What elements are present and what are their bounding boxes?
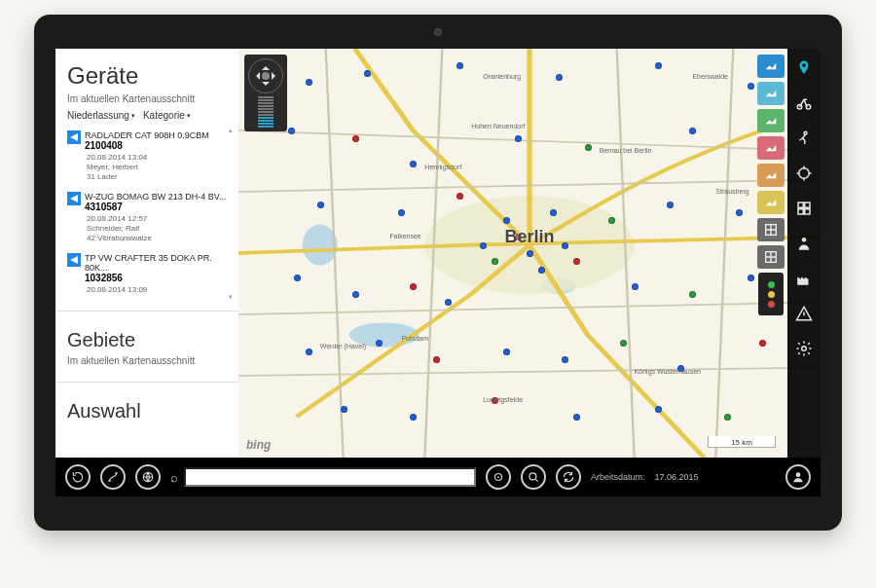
chip-grid1[interactable] <box>757 218 785 241</box>
map-nav-widget <box>244 55 287 131</box>
device-person: Meyer, Herbert <box>87 163 227 172</box>
map-marker[interactable] <box>480 242 487 249</box>
device-category: 31 Lader <box>87 172 227 182</box>
map-marker[interactable] <box>410 283 417 290</box>
content-area: Geräte Im aktuellen Kartenausschnitt Nie… <box>55 49 821 458</box>
map-marker[interactable] <box>573 414 580 421</box>
svg-point-3 <box>303 225 338 266</box>
sidebar: Geräte Im aktuellen Kartenausschnitt Nie… <box>55 49 238 458</box>
map-scale: 15 km <box>708 436 776 448</box>
device-person: Schneider, Ralf <box>87 224 227 234</box>
sync-button[interactable] <box>556 464 581 490</box>
chevron-down-icon: ▾ <box>131 112 135 120</box>
app-screen: Geräte Im aktuellen Kartenausschnitt Nie… <box>55 49 821 496</box>
map-canvas[interactable]: ◂ <box>238 49 821 458</box>
route-button[interactable] <box>100 464 126 490</box>
map-marker[interactable] <box>585 144 592 151</box>
zoom-button[interactable] <box>521 464 546 490</box>
map-marker[interactable] <box>410 161 417 167</box>
map-marker[interactable] <box>503 349 510 355</box>
map-marker[interactable] <box>456 62 463 69</box>
svg-rect-13 <box>798 209 803 214</box>
workdate-value[interactable]: 17.06.2015 <box>655 472 699 482</box>
map-marker[interactable] <box>538 267 545 274</box>
device-list: ▴▾ RADLADER CAT 908H 0.9CBM 2100408 20 <box>55 127 238 301</box>
layers-icon[interactable] <box>790 195 818 222</box>
map-marker[interactable] <box>562 242 568 249</box>
selection-panel[interactable]: Auswahl <box>55 386 238 432</box>
svg-point-21 <box>796 472 801 477</box>
list-item[interactable]: RADLADER CAT 908H 0.9CBM 2100408 20.08.2… <box>61 127 233 188</box>
devices-title: Geräte <box>55 55 238 93</box>
factory-icon[interactable] <box>790 265 818 292</box>
list-item[interactable]: TP VW CRAFTER 35 DOKA PR. 80K... 1032856… <box>61 249 233 301</box>
map-marker[interactable] <box>364 70 371 77</box>
chip-grid2[interactable] <box>757 245 785 269</box>
filter-category[interactable]: Kategorie▾ <box>143 110 191 121</box>
device-category: 42 Vibrationswalze <box>87 234 227 243</box>
map-filter-toolbar <box>754 49 787 321</box>
skate-icon[interactable] <box>790 125 818 152</box>
map-marker[interactable] <box>632 283 639 290</box>
pan-dpad[interactable] <box>248 58 283 93</box>
map-marker[interactable] <box>550 209 557 216</box>
svg-point-16 <box>802 347 807 351</box>
device-name: TP VW CRAFTER 35 DOKA PR. 80K... <box>85 253 227 273</box>
map-marker[interactable] <box>294 275 301 281</box>
map-marker[interactable] <box>306 79 312 86</box>
globe-button[interactable] <box>135 464 161 490</box>
chip-route[interactable] <box>757 55 785 78</box>
search-icon: ⌕ <box>170 470 178 485</box>
tablet-frame: Geräte Im aktuellen Kartenausschnitt Nie… <box>34 15 842 531</box>
chip-traffic[interactable] <box>758 273 784 315</box>
user-button[interactable] <box>785 464 811 490</box>
map-marker[interactable] <box>352 291 359 298</box>
svg-point-19 <box>497 476 499 478</box>
refresh-button[interactable] <box>65 464 91 490</box>
list-item[interactable]: W-ZUG BOMAG BW 213 DH-4 BV... 4310587 20… <box>61 188 233 249</box>
bottom-toolbar: ⌕ Arbeitsdatum: 17.06.2015 <box>55 458 821 496</box>
map-marker[interactable] <box>655 406 662 413</box>
areas-panel[interactable]: Gebiete Im aktuellen Kartenausschnitt <box>55 315 238 378</box>
map-marker[interactable] <box>562 356 568 363</box>
device-name: RADLADER CAT 908H 0.9CBM <box>85 130 209 140</box>
map-marker[interactable] <box>667 202 674 208</box>
map-marker[interactable] <box>341 406 347 413</box>
chip-orange[interactable] <box>757 164 785 187</box>
chip-rose[interactable] <box>757 136 785 160</box>
warning-icon[interactable] <box>790 300 818 327</box>
chip-yellow[interactable] <box>757 191 785 214</box>
app-tool-toolbar <box>787 49 821 458</box>
chip-green[interactable] <box>757 109 785 132</box>
chevron-down-icon: ▾ <box>187 112 191 120</box>
filter-branch[interactable]: Niederlassung▾ <box>67 110 135 121</box>
chip-river[interactable] <box>757 82 785 105</box>
scroll-indicator[interactable]: ▴▾ <box>229 127 237 301</box>
cycle-icon[interactable] <box>790 90 818 117</box>
map-marker[interactable] <box>376 340 383 347</box>
map-marker[interactable] <box>352 135 359 142</box>
svg-rect-11 <box>798 202 803 207</box>
workdate-label: Arbeitsdatum: <box>591 472 645 482</box>
map-marker[interactable] <box>655 62 662 69</box>
locate-button[interactable] <box>486 464 511 490</box>
device-icon <box>67 130 81 144</box>
svg-point-1 <box>349 322 420 347</box>
search-input[interactable] <box>184 467 476 487</box>
map-marker[interactable] <box>306 349 312 355</box>
svg-point-15 <box>802 238 807 242</box>
svg-point-10 <box>799 168 810 179</box>
svg-rect-12 <box>805 202 810 207</box>
svg-point-9 <box>804 131 807 134</box>
person-icon[interactable] <box>790 230 818 257</box>
target-icon[interactable] <box>790 160 818 187</box>
device-timestamp: 20.08.2014 12:57 <box>87 214 227 224</box>
zoom-slider[interactable] <box>258 96 274 128</box>
map-marker[interactable] <box>527 250 533 257</box>
gear-icon[interactable] <box>790 335 818 362</box>
map-marker[interactable] <box>317 202 324 208</box>
pin-icon[interactable] <box>790 55 818 82</box>
map-marker[interactable] <box>288 128 295 134</box>
devices-panel: Geräte Im aktuellen Kartenausschnitt Nie… <box>55 49 238 307</box>
areas-title: Gebiete <box>55 321 238 355</box>
